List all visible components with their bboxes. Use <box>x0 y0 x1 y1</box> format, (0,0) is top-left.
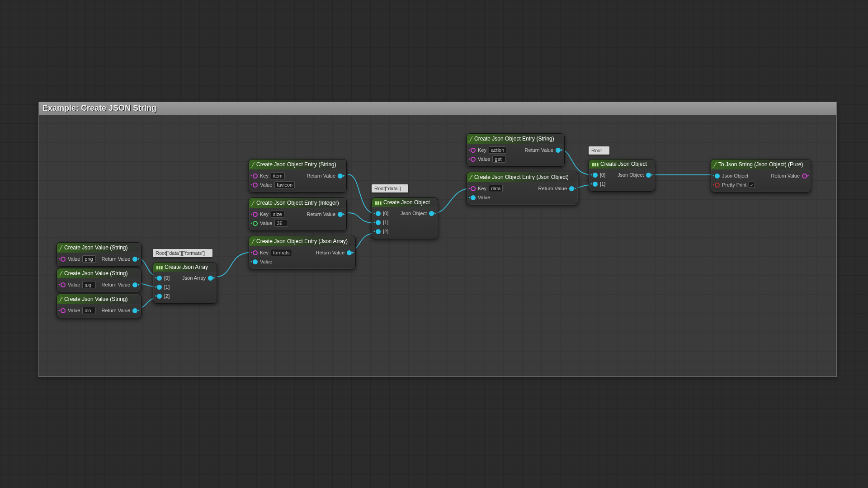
node-entry-action[interactable]: 𝑓Create Json Object Entry (String) Keyac… <box>467 133 565 167</box>
pin-return[interactable] <box>132 282 137 287</box>
pin-return[interactable] <box>338 212 343 217</box>
pin-key[interactable] <box>471 186 476 191</box>
tag-root[interactable]: Root¨ <box>589 146 609 155</box>
pin-idx1[interactable] <box>593 182 598 187</box>
node-entry-item[interactable]: 𝑓Create Json Object Entry (String) Keyit… <box>249 159 347 192</box>
pin-value[interactable] <box>253 221 258 226</box>
pin-pretty[interactable] <box>715 183 720 188</box>
node-json-array[interactable]: ▮▮▮Create Json Array [0]Json Array [1] [… <box>153 262 217 304</box>
pin-value-in[interactable] <box>61 257 66 262</box>
pin-value-in[interactable] <box>61 282 66 287</box>
node-title: Create Json Value (String) <box>64 270 128 277</box>
node-json-value-jpg[interactable]: 𝑓Create Json Value (String) Valuejpg Ret… <box>57 268 142 292</box>
node-entry-formats[interactable]: 𝑓Create Json Object Entry (Json Array) K… <box>249 236 356 269</box>
node-title: To Json String (Json Object) (Pure) <box>718 161 803 168</box>
comment-title[interactable]: Example: Create JSON String <box>39 102 836 115</box>
node-json-value-png[interactable]: 𝑓Create Json Value (String) Valuepng Ret… <box>57 242 142 267</box>
pin-value[interactable] <box>471 195 476 200</box>
pin-object-out[interactable] <box>429 211 434 216</box>
pin-json-object[interactable] <box>715 174 720 178</box>
pin-value[interactable] <box>253 259 258 264</box>
comment-box[interactable]: Example: Create JSON String <box>38 102 837 377</box>
pin-return[interactable] <box>132 257 137 262</box>
pin-idx0[interactable] <box>376 211 381 216</box>
node-entry-size[interactable]: 𝑓Create Json Object Entry (Integer) Keys… <box>249 197 347 231</box>
node-title: Create Json Array <box>165 264 208 270</box>
pin-idx0[interactable] <box>157 276 162 281</box>
node-json-object-data[interactable]: ▮▮▮Create Json Object [0]Json Object [1]… <box>372 197 438 239</box>
node-title: Create Json Object <box>600 161 647 167</box>
pin-return[interactable] <box>132 308 137 313</box>
pin-return[interactable] <box>569 186 574 191</box>
tag-root-data[interactable]: Root["data"]¨ <box>372 184 408 192</box>
pin-key[interactable] <box>253 212 258 217</box>
pin-key[interactable] <box>253 174 258 178</box>
node-title: Create Json Object Entry (Json Array) <box>256 238 348 244</box>
pin-array-out[interactable] <box>208 276 213 281</box>
pin-idx2[interactable] <box>376 229 381 234</box>
pin-key[interactable] <box>253 250 258 255</box>
node-title: Create Json Value (String) <box>64 244 128 251</box>
pin-return[interactable] <box>802 174 807 178</box>
pin-idx1[interactable] <box>376 220 381 225</box>
node-title: Create Json Object Entry (String) <box>474 136 554 142</box>
tag-root-data-formats[interactable]: Root["data"]["formats"]¨ <box>153 249 212 257</box>
pin-value-in[interactable] <box>61 308 66 313</box>
pin-idx0[interactable] <box>593 173 598 178</box>
pin-idx1[interactable] <box>157 285 162 290</box>
node-to-json-string[interactable]: 𝑓To Json String (Json Object) (Pure) Jso… <box>711 159 811 192</box>
node-title: Create Json Object Entry (String) <box>256 161 336 168</box>
pin-object-out[interactable] <box>646 173 651 178</box>
pin-key[interactable] <box>471 148 476 153</box>
node-title: Create Json Object <box>383 199 430 206</box>
pin-return[interactable] <box>338 174 343 178</box>
pin-return[interactable] <box>556 148 561 153</box>
node-json-object-root[interactable]: ▮▮▮Create Json Object [0]Json Object [1] <box>589 159 655 192</box>
field-value[interactable]: png <box>82 255 96 263</box>
node-entry-data[interactable]: 𝑓Create Json Object Entry (Json Object) … <box>467 172 578 205</box>
pin-value[interactable] <box>471 157 476 162</box>
node-title: Create Json Object Entry (Json Object) <box>474 174 569 180</box>
node-title: Create Json Object Entry (Integer) <box>256 200 339 206</box>
pin-value[interactable] <box>253 183 258 188</box>
node-json-value-ico[interactable]: 𝑓Create Json Value (String) Valueico Ret… <box>57 294 142 318</box>
pin-return[interactable] <box>347 250 352 255</box>
field-value[interactable]: jpg <box>82 281 96 288</box>
checkbox-pretty-print[interactable]: ✓ <box>749 182 755 188</box>
node-title: Create Json Value (String) <box>64 296 128 302</box>
pin-idx2[interactable] <box>157 294 162 299</box>
field-value[interactable]: ico <box>82 307 96 314</box>
